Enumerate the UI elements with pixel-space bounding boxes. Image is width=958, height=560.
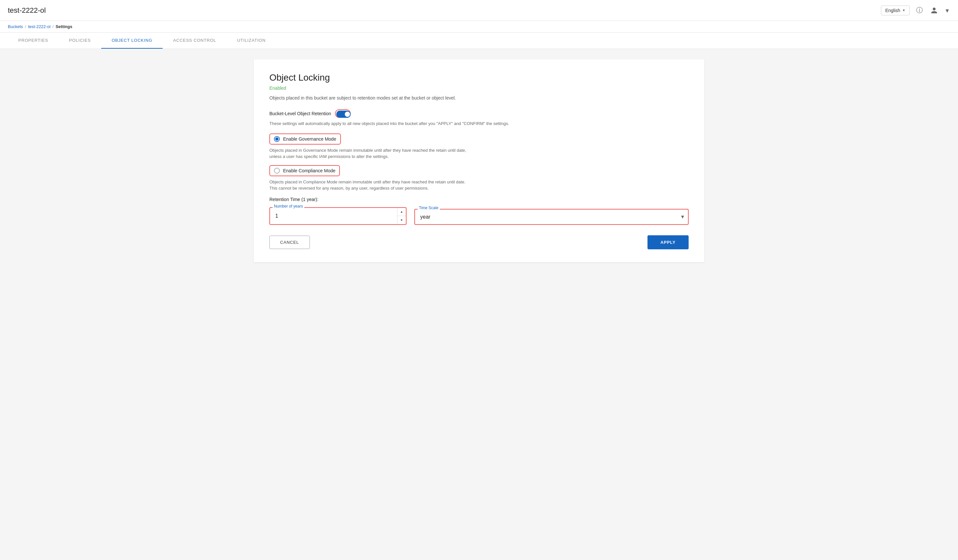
breadcrumb-buckets[interactable]: Buckets <box>8 24 23 29</box>
compliance-mode-option[interactable]: Enable Compliance Mode <box>270 165 340 176</box>
compliance-mode-description: Objects placed in Compliance Mode remain… <box>270 179 688 191</box>
stepper-up-button[interactable]: ▲ <box>397 208 406 216</box>
number-stepper: ▲ ▼ <box>397 208 406 224</box>
tab-bar: PROPERTIES POLICIES OBJECT LOCKING ACCES… <box>0 33 958 49</box>
time-scale-field-label: Time Scale <box>418 206 440 210</box>
stepper-down-button[interactable]: ▼ <box>397 216 406 224</box>
governance-mode-description: Objects placed in Governance Mode remain… <box>270 147 688 160</box>
object-locking-description: Objects placed in this bucket are subjec… <box>270 95 688 101</box>
retention-time-label: Retention Time (1 year): <box>270 197 688 202</box>
governance-mode-label: Enable Governance Mode <box>283 136 336 142</box>
bucket-retention-label: Bucket-Level Object Retention <box>270 111 331 116</box>
time-scale-group: Time Scale day month year ▾ <box>414 209 688 225</box>
breadcrumb-separator-1: / <box>25 24 26 29</box>
settings-auto-description: These settings will automatically apply … <box>270 120 688 127</box>
toggle-slider <box>336 111 351 118</box>
main-content: Object Locking Enabled Objects placed in… <box>0 49 958 557</box>
governance-mode-option[interactable]: Enable Governance Mode <box>270 133 341 145</box>
tab-utilization[interactable]: UTILIZATION <box>227 33 276 49</box>
number-of-years-input-wrapper: ▲ ▼ <box>270 207 406 225</box>
governance-mode-radio[interactable] <box>274 136 280 142</box>
tab-object-locking[interactable]: OBJECT LOCKING <box>101 33 163 49</box>
breadcrumb-separator-2: / <box>52 24 54 29</box>
cancel-button[interactable]: CANCEL <box>270 236 310 249</box>
language-label: English <box>885 8 900 13</box>
header-actions: English ▼ ⓘ ▾ <box>881 5 950 16</box>
card-title: Object Locking <box>270 73 688 83</box>
compliance-mode-row: Enable Compliance Mode <box>270 165 688 177</box>
actions-row: CANCEL APPLY <box>270 235 688 249</box>
number-of-years-input[interactable] <box>270 209 397 223</box>
compliance-mode-radio[interactable] <box>274 168 280 174</box>
compliance-mode-label: Enable Compliance Mode <box>283 168 335 173</box>
tab-policies[interactable]: POLICIES <box>59 33 101 49</box>
number-of-years-group: Number of years ▲ ▼ <box>270 207 406 225</box>
bucket-retention-row: Bucket-Level Object Retention <box>270 109 688 118</box>
time-scale-select-wrapper: day month year ▾ <box>414 209 688 225</box>
apply-button[interactable]: APPLY <box>647 235 688 249</box>
number-of-years-field-label: Number of years <box>273 204 304 209</box>
object-locking-card: Object Locking Enabled Objects placed in… <box>254 59 704 263</box>
tab-properties[interactable]: PROPERTIES <box>8 33 59 49</box>
language-selector[interactable]: English ▼ <box>881 6 910 15</box>
retention-fields-row: Number of years ▲ ▼ Time Scale day mon <box>270 207 688 225</box>
status-badge: Enabled <box>270 85 688 91</box>
governance-mode-row: Enable Governance Mode <box>270 133 688 146</box>
header: test-2222-ol English ▼ ⓘ ▾ <box>0 0 958 21</box>
user-dropdown-chevron-icon[interactable]: ▾ <box>944 5 950 16</box>
language-chevron-icon: ▼ <box>902 8 906 12</box>
time-scale-select[interactable]: day month year <box>415 209 688 224</box>
tab-access-control[interactable]: ACCESS CONTROL <box>163 33 227 49</box>
bucket-retention-toggle[interactable] <box>336 111 351 118</box>
breadcrumb-current: Settings <box>56 24 72 29</box>
breadcrumb: Buckets / test-2222-ol / Settings <box>0 21 958 33</box>
user-icon[interactable] <box>929 6 939 15</box>
page-title: test-2222-ol <box>8 6 46 15</box>
bucket-retention-toggle-wrapper <box>335 109 351 118</box>
help-icon[interactable]: ⓘ <box>915 5 924 16</box>
breadcrumb-bucket-name[interactable]: test-2222-ol <box>28 24 51 29</box>
